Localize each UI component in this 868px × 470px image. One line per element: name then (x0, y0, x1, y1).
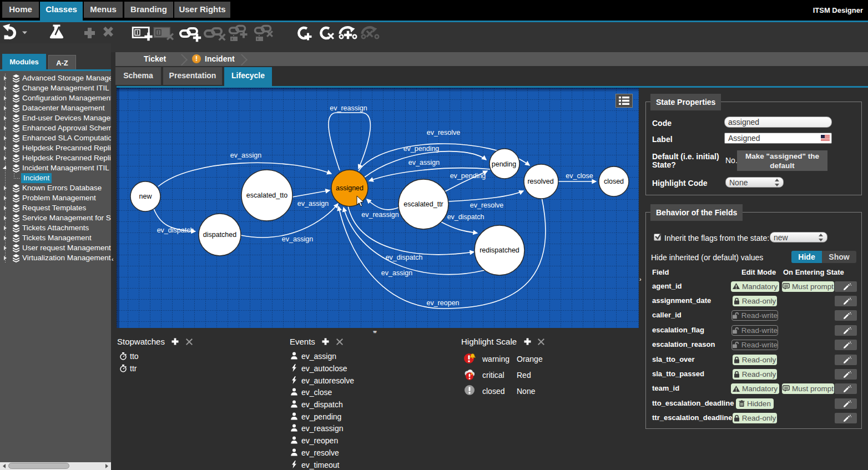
svg-text:ev_dispatch: ev_dispatch (157, 226, 194, 234)
svg-text:escalated_tto: escalated_tto (246, 191, 287, 199)
svg-text:ev_resolve: ev_resolve (427, 129, 460, 137)
svg-text:ev_reopen: ev_reopen (426, 299, 459, 307)
svg-text:escalated_ttr: escalated_ttr (403, 200, 443, 208)
svg-text:closed: closed (604, 178, 624, 185)
svg-text:ev_assign: ev_assign (297, 200, 329, 208)
svg-text:ev_dispatch: ev_dispatch (386, 254, 423, 261)
svg-text:ev_assign: ev_assign (282, 235, 313, 243)
svg-text:ev_dispatch: ev_dispatch (447, 213, 485, 221)
svg-text:ev_resolve: ev_resolve (470, 201, 503, 209)
svg-text:ev_close: ev_close (566, 172, 593, 180)
svg-text:ev_pending: ev_pending (450, 172, 486, 180)
svg-text:ev_reassign: ev_reassign (361, 211, 398, 219)
svg-text:ev_pending: ev_pending (403, 145, 440, 153)
svg-text:ev_reassign: ev_reassign (330, 104, 367, 112)
svg-text:resolved: resolved (527, 178, 553, 185)
svg-text:ev_assign: ev_assign (408, 159, 440, 166)
svg-text:new: new (139, 193, 153, 200)
svg-text:pending: pending (492, 160, 517, 168)
svg-text:assigned: assigned (336, 184, 364, 192)
svg-text:redispatched: redispatched (480, 246, 519, 254)
svg-text:ev_assign: ev_assign (381, 269, 412, 277)
svg-text:ev_assign: ev_assign (230, 151, 261, 159)
svg-text:dispatched: dispatched (203, 231, 237, 239)
